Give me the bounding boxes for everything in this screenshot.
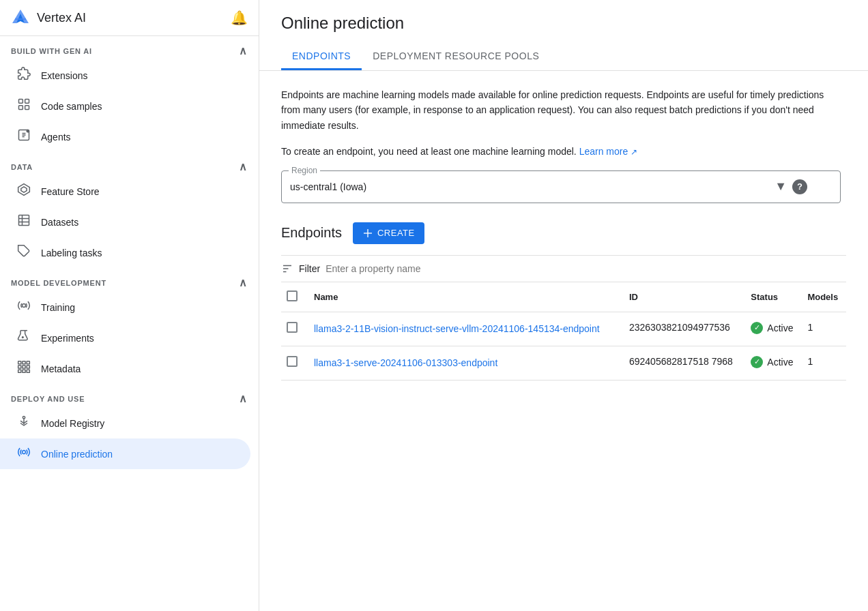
row1-endpoint-link[interactable]: llama3-2-11B-vision-instruct-serve-vllm-… [314,322,618,336]
svg-rect-27 [23,370,25,372]
labeling-tasks-label: Labeling tasks [41,248,102,258]
row1-status-dot-icon: ✓ [751,322,763,334]
external-link-icon: ↗ [631,147,637,157]
row2-status-dot-icon: ✓ [751,356,763,368]
training-label: Training [41,302,75,313]
extensions-icon [16,67,31,84]
row2-status-badge: ✓ Active [751,356,796,368]
chevron-up-icon-deploy[interactable]: ∧ [239,392,248,405]
region-selector[interactable]: Region us-central1 (Iowa) ▼ ? [281,170,841,203]
extensions-label: Extensions [41,70,87,81]
row1-status-cell: ✓ Active [745,312,802,346]
svg-marker-10 [18,184,30,196]
select-all-checkbox[interactable] [287,290,298,301]
row2-models-cell: 1 [802,346,846,380]
vertex-ai-logo-icon [11,8,30,27]
svg-rect-12 [19,215,29,226]
experiments-icon [16,329,31,346]
filter-label: Filter [299,263,320,274]
header-id: ID [624,282,745,312]
metadata-label: Metadata [41,363,81,374]
row1-id-cell: 2326303821094977536 [624,312,745,346]
description-text-2: To create an endpoint, you need at least… [281,144,841,159]
table-header: Name ID Status Models [281,282,846,312]
feature-store-icon [16,183,31,200]
svg-rect-26 [18,370,21,372]
header-checkbox-cell [281,282,308,312]
svg-rect-7 [25,106,29,110]
sidebar-item-agents[interactable]: Agents [0,121,250,152]
main-content-area: Online prediction ENDPOINTS DEPLOYMENT R… [259,0,868,611]
sidebar-item-model-registry[interactable]: Model Registry [0,408,250,438]
svg-rect-24 [23,366,25,368]
header-models: Models [802,282,846,312]
row2-checkbox[interactable] [287,356,298,367]
training-icon [16,299,31,316]
dropdown-arrow-icon[interactable]: ▼ [775,179,787,194]
row2-endpoint-link[interactable]: llama3-1-serve-20241106-013303-endpoint [314,356,618,370]
app-title: Vertex AI [37,11,86,25]
svg-rect-25 [27,366,29,368]
datasets-label: Datasets [41,217,78,228]
svg-point-29 [23,417,25,419]
feature-store-label: Feature Store [41,186,100,197]
sidebar-item-experiments[interactable]: Experiments [0,323,250,353]
filter-input[interactable] [326,263,846,274]
section-build-with-gen-ai: BUILD WITH GEN AI ∧ [0,36,259,60]
metadata-icon [16,360,31,377]
chevron-up-icon-model[interactable]: ∧ [239,276,248,289]
row1-status-badge: ✓ Active [751,322,796,334]
sidebar-item-training[interactable]: Training [0,292,250,323]
table-row: llama3-1-serve-20241106-013303-endpoint … [281,346,846,380]
svg-point-17 [23,304,26,308]
svg-point-19 [23,337,24,338]
agents-icon [16,128,31,145]
sidebar-item-labeling-tasks[interactable]: Labeling tasks [0,237,250,268]
row1-models-cell: 1 [802,312,846,346]
sidebar-item-metadata[interactable]: Metadata [0,353,250,384]
code-samples-label: Code samples [41,101,102,112]
table-body: llama3-2-11B-vision-instruct-serve-vllm-… [281,312,846,380]
sidebar-logo: Vertex AI [11,8,86,27]
description-text-1: Endpoints are machine learning models ma… [281,87,841,133]
svg-rect-20 [18,361,21,364]
row1-name-cell: llama3-2-11B-vision-instruct-serve-vllm-… [308,312,624,346]
row1-checkbox-cell [281,312,308,346]
learn-more-link[interactable]: Learn more ↗ [579,146,637,157]
sidebar-item-feature-store[interactable]: Feature Store [0,176,250,207]
header-status: Status [745,282,802,312]
chevron-up-icon-data[interactable]: ∧ [239,160,248,173]
sidebar-header: Vertex AI 🔔 [0,0,259,36]
section-deploy-and-use: DEPLOY AND USE ∧ [0,384,259,408]
code-samples-icon [16,98,31,115]
notification-bell-icon[interactable]: 🔔 [231,10,248,26]
tabs-container: ENDPOINTS DEPLOYMENT RESOURCE POOLS [281,44,846,70]
chevron-up-icon[interactable]: ∧ [239,44,248,57]
svg-rect-32 [364,233,372,233]
svg-rect-6 [19,106,23,110]
region-help-icon[interactable]: ? [792,179,807,194]
row1-checkbox[interactable] [287,322,298,333]
region-value: us-central1 (Iowa) [290,181,366,192]
online-prediction-label: Online prediction [41,449,113,460]
tab-deployment-resource-pools[interactable]: DEPLOYMENT RESOURCE POOLS [362,44,550,70]
section-data: DATA ∧ [0,152,259,176]
sidebar-item-datasets[interactable]: Datasets [0,207,250,237]
svg-rect-5 [25,100,29,104]
tab-endpoints[interactable]: ENDPOINTS [281,44,362,70]
row2-checkbox-cell [281,346,308,380]
sidebar-item-code-samples[interactable]: Code samples [0,91,250,121]
create-button[interactable]: CREATE [353,222,424,244]
svg-rect-21 [23,361,25,364]
row2-name-cell: llama3-1-serve-20241106-013303-endpoint [308,346,624,380]
model-registry-icon [16,415,31,432]
region-label: Region [289,166,320,175]
row2-status-cell: ✓ Active [745,346,802,380]
svg-rect-23 [18,366,21,368]
sidebar-item-extensions[interactable]: Extensions [0,60,250,91]
svg-rect-4 [19,100,23,104]
endpoints-table: Name ID Status Models llama3-2-11B-visio… [281,282,846,381]
region-actions: ▼ ? [775,179,807,194]
sidebar-item-online-prediction[interactable]: Online prediction [0,438,250,469]
svg-rect-28 [27,370,29,372]
